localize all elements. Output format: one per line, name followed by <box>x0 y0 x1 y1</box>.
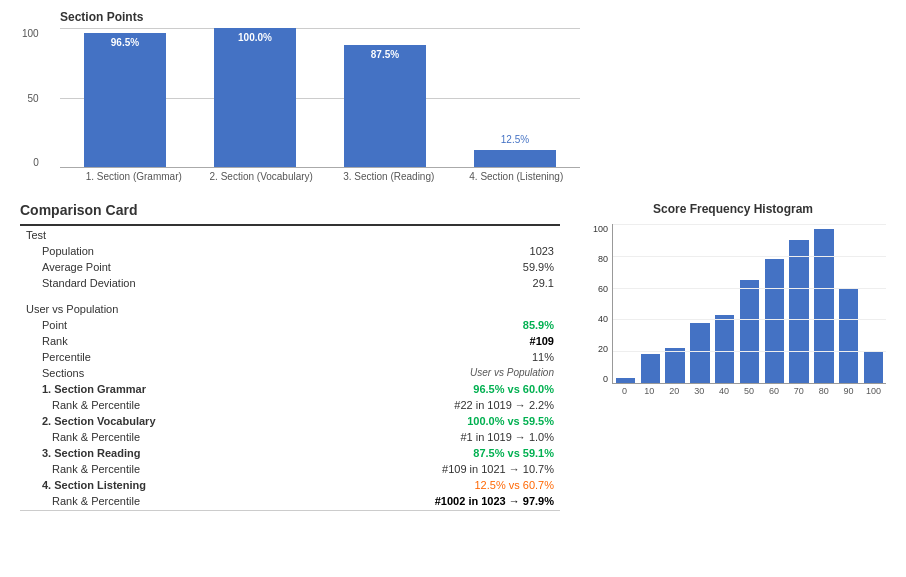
label-rank: Rank <box>22 334 222 348</box>
h-bar-20 <box>663 224 688 383</box>
value-population: 1023 <box>224 244 558 258</box>
histogram-y-axis: 100 80 60 40 20 0 <box>580 224 608 384</box>
bar-label-vocabulary: 100.0% <box>238 32 272 167</box>
bar-reading: 87.5% <box>330 28 440 167</box>
label-sections: Sections <box>22 366 222 380</box>
row-sec2-name: 2. Section Vocabulary 100.0% vs 59.5% <box>22 414 558 428</box>
h-bar-80 <box>812 224 837 383</box>
row-spacer <box>22 292 558 300</box>
section-points-chart: Section Points 100 50 0 96.5% <box>20 10 590 182</box>
value-percentile: 11% <box>224 350 558 364</box>
comparison-table: Test Population 1023 Average Point 59.9%… <box>20 224 560 511</box>
h-bar-30 <box>687 224 712 383</box>
row-sec4-name: 4. Section Listening 12.5% vs 60.7% <box>22 478 558 492</box>
bar-label-grammar: 96.5% <box>111 37 139 167</box>
label-sec2-rank: Rank & Percentile <box>22 430 222 444</box>
row-population: Population 1023 <box>22 244 558 258</box>
label-sec4-rank: Rank & Percentile <box>22 494 222 508</box>
row-percentile: Percentile 11% <box>22 350 558 364</box>
bar-vocabulary: 100.0% <box>200 28 310 167</box>
value-sections-header: User vs Population <box>224 366 558 380</box>
histogram-title: Score Frequency Histogram <box>580 202 886 216</box>
histogram-panel: Score Frequency Histogram 100 80 60 40 2… <box>580 202 886 511</box>
label-user-vs-pop: User vs Population <box>22 302 222 316</box>
value-std-dev: 29.1 <box>224 276 558 290</box>
bar-listening: 12.5% <box>460 28 570 167</box>
x-label-reading: 3. Section (Reading) <box>335 171 443 182</box>
h-bar-50 <box>737 224 762 383</box>
h-bar-10 <box>638 224 663 383</box>
row-std-dev: Standard Deviation 29.1 <box>22 276 558 290</box>
label-sec2: 2. Section Vocabulary <box>22 414 222 428</box>
bar-grammar: 96.5% <box>70 28 180 167</box>
bar-label-reading: 87.5% <box>371 49 399 167</box>
row-point: Point 85.9% <box>22 318 558 332</box>
y-axis: 100 50 0 <box>22 28 39 168</box>
label-sec1: 1. Section Grammar <box>22 382 222 396</box>
h-bar-0 <box>613 224 638 383</box>
section-points-title: Section Points <box>60 10 590 24</box>
histogram-bars-area <box>612 224 886 384</box>
row-test: Test <box>22 228 558 242</box>
value-sec4: 12.5% vs 60.7% <box>224 478 558 492</box>
label-sec4: 4. Section Listening <box>22 478 222 492</box>
value-avg-point: 59.9% <box>224 260 558 274</box>
h-bar-90 <box>836 224 861 383</box>
label-point: Point <box>22 318 222 332</box>
histogram-x-labels: 0 10 20 30 40 50 60 70 80 90 100 <box>612 384 886 396</box>
value-sec1-rank: #22 in 1019 → 2.2% <box>224 398 558 412</box>
row-sec3-name: 3. Section Reading 87.5% vs 59.1% <box>22 446 558 460</box>
row-rank: Rank #109 <box>22 334 558 348</box>
label-sec1-rank: Rank & Percentile <box>22 398 222 412</box>
label-population: Population <box>22 244 222 258</box>
row-sec4-rank: Rank & Percentile #1002 in 1023 → 97.9% <box>22 494 558 508</box>
main-layout: Comparison Card Test Population 1023 Ave… <box>20 202 886 511</box>
label-std-dev: Standard Deviation <box>22 276 222 290</box>
row-sec2-rank: Rank & Percentile #1 in 1019 → 1.0% <box>22 430 558 444</box>
row-avg-point: Average Point 59.9% <box>22 260 558 274</box>
row-sec1-rank: Rank & Percentile #22 in 1019 → 2.2% <box>22 398 558 412</box>
value-sec2-rank: #1 in 1019 → 1.0% <box>224 430 558 444</box>
comparison-card-panel: Comparison Card Test Population 1023 Ave… <box>20 202 560 511</box>
label-test: Test <box>22 228 222 242</box>
row-user-vs-pop-header: User vs Population <box>22 302 558 316</box>
label-sec3: 3. Section Reading <box>22 446 222 460</box>
value-point: 85.9% <box>224 318 558 332</box>
label-sec3-rank: Rank & Percentile <box>22 462 222 476</box>
bar-label-listening-top: 12.5% <box>501 134 529 145</box>
row-sec1-name: 1. Section Grammar 96.5% vs 60.0% <box>22 382 558 396</box>
x-label-vocabulary: 2. Section (Vocabulary) <box>208 171 316 182</box>
value-sec2: 100.0% vs 59.5% <box>224 414 558 428</box>
value-sec1: 96.5% vs 60.0% <box>224 382 558 396</box>
h-bar-60 <box>762 224 787 383</box>
value-sec3: 87.5% vs 59.1% <box>224 446 558 460</box>
row-sec3-rank: Rank & Percentile #109 in 1021 → 10.7% <box>22 462 558 476</box>
h-bar-40 <box>712 224 737 383</box>
x-label-listening: 4. Section (Listening) <box>463 171 571 182</box>
value-sec4-rank: #1002 in 1023 → 97.9% <box>224 494 558 508</box>
label-avg-point: Average Point <box>22 260 222 274</box>
row-sections-header: Sections User vs Population <box>22 366 558 380</box>
value-sec3-rank: #109 in 1021 → 10.7% <box>224 462 558 476</box>
label-percentile: Percentile <box>22 350 222 364</box>
h-bar-70 <box>787 224 812 383</box>
value-test <box>224 228 558 242</box>
x-label-grammar: 1. Section (Grammar) <box>80 171 188 182</box>
value-rank: #109 <box>224 334 558 348</box>
h-bar-100 <box>861 224 886 383</box>
comparison-card-title: Comparison Card <box>20 202 560 218</box>
